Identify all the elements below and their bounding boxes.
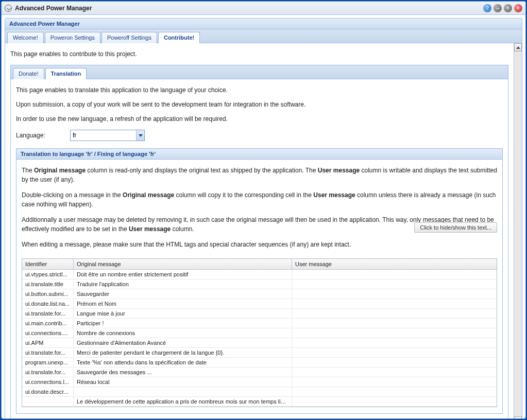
maximize-button[interactable]: + bbox=[504, 4, 512, 12]
cell-identifier: ui.translate.for... bbox=[22, 367, 74, 377]
cell-identifier: ui.donate.list.na... bbox=[22, 299, 74, 308]
cell-original-message[interactable]: Sauvegarde des messages ... bbox=[74, 367, 292, 377]
cell-identifier: ui.connections.... bbox=[22, 328, 74, 338]
info-paragraph-1: The Original message column is read-only… bbox=[22, 166, 497, 184]
cell-user-message[interactable] bbox=[292, 309, 497, 318]
cell-identifier: ui.translate.title bbox=[22, 279, 74, 289]
cell-original-message[interactable]: Le développement de cette application a … bbox=[74, 397, 292, 406]
cell-identifier: ui.translate.for... bbox=[22, 348, 74, 357]
cell-original-message[interactable]: Traduire l'application bbox=[74, 279, 292, 289]
language-input[interactable] bbox=[71, 132, 136, 139]
cell-user-message[interactable] bbox=[292, 289, 497, 299]
subtab-donate[interactable]: Donate! bbox=[13, 68, 44, 79]
window-buttons: ? – + × bbox=[483, 4, 522, 12]
cell-original-message[interactable]: Réseau local bbox=[74, 377, 292, 387]
table-row[interactable]: ui.APMGestionnaire d'Alimentation Avancé bbox=[22, 338, 497, 348]
main-scroll-area: This page enables to contribute to this … bbox=[5, 43, 514, 418]
language-trigger[interactable] bbox=[136, 130, 144, 141]
cell-original-message[interactable] bbox=[74, 387, 292, 396]
cell-identifier bbox=[22, 397, 74, 406]
tab-poweron-settings[interactable]: Poweron Settings bbox=[45, 32, 100, 43]
intro-text: This page enables to contribute to this … bbox=[10, 50, 508, 58]
cell-user-message[interactable] bbox=[292, 348, 497, 357]
content-area: Advanced Power Manager Welcome! Poweron … bbox=[2, 15, 525, 418]
cell-user-message[interactable] bbox=[292, 367, 497, 377]
vertical-scrollbar[interactable] bbox=[514, 43, 522, 418]
cell-original-message[interactable]: Sauvegarder bbox=[74, 289, 292, 299]
language-combo[interactable] bbox=[70, 130, 145, 141]
cell-original-message[interactable]: Gestionnaire d'Alimentation Avancé bbox=[74, 338, 292, 347]
language-label: Language: bbox=[16, 132, 70, 139]
table-row[interactable]: ui.connections.l...Réseau local bbox=[22, 377, 497, 387]
translation-section-header[interactable]: Translation to language 'fr' / Fixing of… bbox=[16, 148, 503, 160]
scrollbar-up-button[interactable] bbox=[514, 43, 522, 51]
cell-original-message[interactable]: Nombre de connexions bbox=[74, 328, 292, 338]
table-row[interactable]: ui.translate.titleTraduire l'application bbox=[22, 279, 497, 289]
table-row[interactable]: ui.button.submi...Sauvegarder bbox=[22, 289, 497, 299]
table-row[interactable]: ui.connections....Nombre de connexions bbox=[22, 328, 497, 338]
cell-original-message[interactable]: Doit être un nombre entier strictement p… bbox=[74, 270, 292, 279]
cell-identifier: ui.main.contrib... bbox=[22, 319, 74, 328]
col-header-original[interactable]: Original message bbox=[74, 259, 292, 269]
table-row[interactable]: ui.translate.for...Sauvegarde des messag… bbox=[22, 367, 497, 377]
chevron-down-icon bbox=[139, 134, 143, 137]
translate-p2: Upon submission, a copy of your work wil… bbox=[16, 101, 503, 108]
cell-original-message[interactable]: Prénom et Nom bbox=[74, 299, 292, 308]
cell-user-message[interactable] bbox=[292, 279, 497, 289]
table-row[interactable]: ui.donate.descr... bbox=[22, 387, 497, 397]
hide-show-text-button[interactable]: Click to hide/show this text... bbox=[414, 222, 497, 233]
scrollbar-down-button[interactable] bbox=[514, 416, 522, 418]
cell-identifier: program.unexp... bbox=[22, 358, 74, 367]
cell-user-message[interactable] bbox=[292, 358, 497, 367]
table-row[interactable]: ui.donate.list.na...Prénom et Nom bbox=[22, 299, 497, 309]
language-row: Language: bbox=[16, 130, 503, 141]
main-tab-strip: Welcome! Poweron Settings Poweroff Setti… bbox=[5, 29, 522, 43]
tab-body: This page enables to contribute to this … bbox=[5, 43, 522, 418]
col-header-identifier[interactable]: Identifier bbox=[22, 259, 74, 269]
tab-welcome[interactable]: Welcome! bbox=[7, 32, 44, 43]
minimize-button[interactable]: – bbox=[494, 4, 502, 12]
cell-user-message[interactable] bbox=[292, 397, 497, 406]
info-paragraph-4: When editing a message, please make sure… bbox=[22, 240, 497, 249]
grid-header: Identifier Original message User message bbox=[22, 259, 497, 270]
table-row[interactable]: ui.vtypes.strictI...Doit être un nombre … bbox=[22, 270, 497, 279]
cell-identifier: ui.donate.descr... bbox=[22, 387, 74, 396]
cell-identifier: ui.translate.for... bbox=[22, 309, 74, 318]
tab-contribute[interactable]: Contribute! bbox=[158, 32, 200, 43]
cell-original-message[interactable]: Participer ! bbox=[74, 319, 292, 328]
grid-body: ui.vtypes.strictI...Doit être un nombre … bbox=[22, 270, 497, 407]
cell-identifier: ui.vtypes.strictI... bbox=[22, 270, 74, 279]
cell-user-message[interactable] bbox=[292, 328, 497, 338]
window-title: Advanced Power Manager bbox=[15, 5, 483, 12]
cell-user-message[interactable] bbox=[292, 319, 497, 328]
info-paragraph-2: Double-clicking on a message in the Orig… bbox=[22, 190, 497, 209]
app-icon bbox=[5, 5, 12, 12]
table-row[interactable]: ui.main.contrib...Participer ! bbox=[22, 319, 497, 328]
cell-identifier: ui.APM bbox=[22, 338, 74, 347]
titlebar: Advanced Power Manager ? – + × bbox=[2, 2, 525, 15]
cell-identifier: ui.button.submi... bbox=[22, 289, 74, 299]
table-row[interactable]: ui.translate.for...Langue mise à jour bbox=[22, 309, 497, 319]
tab-poweroff-settings[interactable]: Poweroff Settings bbox=[101, 32, 157, 43]
cell-original-message[interactable]: Texte '%s' non attendu dans la spécifica… bbox=[74, 358, 292, 367]
table-row[interactable]: program.unexp...Texte '%s' non attendu d… bbox=[22, 358, 497, 367]
arrow-up-icon bbox=[516, 46, 520, 49]
sub-tab-strip: Donate! Translation bbox=[10, 65, 508, 79]
cell-user-message[interactable] bbox=[292, 377, 497, 387]
cell-user-message[interactable] bbox=[292, 270, 497, 279]
cell-user-message[interactable] bbox=[292, 338, 497, 347]
cell-user-message[interactable] bbox=[292, 299, 497, 308]
subtab-translation[interactable]: Translation bbox=[45, 68, 87, 79]
translation-grid: Identifier Original message User message… bbox=[22, 258, 497, 407]
cell-original-message[interactable]: Merci de patienter pendant le chargement… bbox=[74, 348, 292, 357]
translation-section-body: The Original message column is read-only… bbox=[16, 160, 503, 414]
col-header-user[interactable]: User message bbox=[292, 259, 497, 269]
app-window: Advanced Power Manager ? – + × Advanced … bbox=[1, 1, 526, 419]
table-row[interactable]: ui.translate.for...Merci de patienter pe… bbox=[22, 348, 497, 358]
close-button[interactable]: × bbox=[514, 4, 522, 12]
table-row[interactable]: Le développement de cette application a … bbox=[22, 397, 497, 407]
cell-original-message[interactable]: Langue mise à jour bbox=[74, 309, 292, 318]
translation-panel: This page enables to translate this appl… bbox=[10, 79, 508, 418]
cell-user-message[interactable] bbox=[292, 387, 497, 396]
help-button[interactable]: ? bbox=[483, 4, 491, 12]
